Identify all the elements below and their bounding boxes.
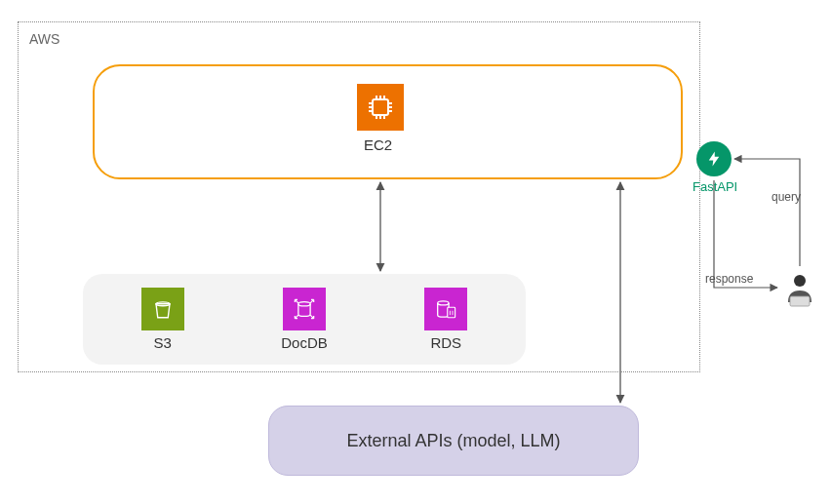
svg-point-16 [298, 302, 310, 306]
docdb-label: DocDB [281, 334, 328, 351]
svg-point-17 [438, 301, 449, 305]
rds-icon [424, 288, 467, 330]
ec2-label: EC2 [364, 136, 392, 153]
fastapi-label: FastAPI [692, 179, 737, 194]
query-flow-label: query [772, 190, 801, 204]
response-flow-label: response [705, 272, 753, 286]
fastapi-icon [696, 141, 732, 176]
docdb-icon [283, 288, 326, 330]
svg-rect-18 [448, 307, 455, 318]
user-icon [780, 269, 819, 308]
ec2-icon [357, 84, 404, 131]
svg-rect-2 [373, 99, 388, 115]
s3-icon [141, 288, 184, 330]
svg-point-19 [794, 275, 806, 287]
aws-label: AWS [29, 31, 59, 47]
svg-rect-20 [790, 296, 810, 306]
s3-node: S3 [141, 288, 184, 351]
s3-label: S3 [154, 334, 172, 351]
storage-group: S3 DocDB RDS [83, 274, 526, 365]
external-apis-label: External APIs (model, LLM) [346, 431, 560, 451]
rds-node: RDS [424, 288, 467, 351]
rds-label: RDS [430, 334, 461, 351]
external-apis-box: External APIs (model, LLM) [268, 406, 639, 476]
docdb-node: DocDB [281, 288, 328, 351]
